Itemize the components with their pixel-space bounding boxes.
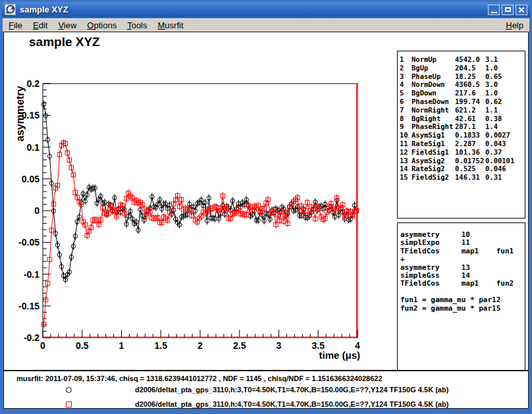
legend-square-marker (66, 401, 72, 407)
series-squares (41, 139, 358, 328)
menu-item-help[interactable]: Help (506, 20, 523, 30)
legend-label: d2006/deltat_pta_gps_3110,h:3,T0=4.50K,T… (135, 386, 448, 394)
svg-text:-0.1: -0.1 (24, 269, 40, 280)
svg-text:-0.2: -0.2 (24, 332, 40, 343)
separator-line (4, 370, 528, 371)
parameter-row: 4NormDown4360.53.0 (400, 80, 525, 89)
menubar-right: Help (506, 20, 529, 30)
legend-label: d2006/deltat_pta_gps_3110,h:4,T0=4.50K,T… (135, 400, 448, 408)
fit-status-text: musrfit: 2011-07-09, 15:37:46, chisq = 1… (16, 375, 383, 382)
parameter-row: 14RateSig20.5250.046 (400, 165, 525, 173)
parameter-row: 6PhaseDown199.740.62 (400, 97, 525, 106)
menu-item-file[interactable]: File (9, 20, 22, 30)
app-icon (5, 4, 16, 15)
svg-text:0.05: 0.05 (22, 174, 40, 184)
menubar-left: FileEditViewOptionsToolsMusrfit (3, 20, 184, 30)
svg-text:2: 2 (198, 340, 203, 351)
svg-text:-0.05: -0.05 (18, 237, 40, 247)
parameter-row: 2BgUp204.51.0 (400, 64, 525, 72)
svg-text:0.1: 0.1 (27, 142, 40, 153)
maximize-icon (505, 7, 511, 12)
menubar: FileEditViewOptionsToolsMusrfit Help (3, 18, 529, 32)
window-controls (488, 5, 530, 15)
parameter-row: 9PhaseRight287.11.4 (400, 122, 525, 131)
menu-item-tools[interactable]: Tools (127, 20, 147, 30)
parameter-row: 11RateSig12.2870.043 (400, 140, 525, 148)
svg-text:-0.15: -0.15 (18, 301, 40, 311)
svg-text:3: 3 (277, 340, 282, 351)
close-button[interactable] (516, 5, 527, 15)
parameter-row: 12FieldSig1101.360.37 (400, 148, 525, 157)
parameter-row: 8BgRight42.610.38 (400, 115, 525, 123)
parameter-row: 3PhaseUp18.250.65 (400, 72, 525, 81)
parameter-row: 1NormUp4542.03.1 (400, 55, 525, 64)
theory-box: asymmetry 10 simplExpo 11 TFieldCos map1… (397, 222, 525, 371)
y-axis-title: asymmetry (14, 86, 26, 142)
parameter-row: 7NormRight621.21.1 (400, 106, 525, 115)
menu-item-edit[interactable]: Edit (33, 20, 47, 30)
svg-text:0: 0 (40, 340, 45, 351)
legend-row: d2006/deltat_pta_gps_3110,h:3,T0=4.50K,T… (4, 386, 528, 395)
x-axis: 00.511.522.533.54time (μs) (40, 330, 360, 361)
maximize-button[interactable] (502, 5, 514, 15)
minimize-button[interactable] (488, 5, 500, 15)
parameter-row: 5BgDown217.61.0 (400, 89, 525, 97)
svg-text:1: 1 (119, 340, 124, 351)
menu-item-options[interactable]: Options (87, 20, 117, 30)
svg-text:2.5: 2.5 (233, 340, 246, 351)
parameter-row: 15FieldSig2146.310.31 (400, 173, 525, 182)
close-icon (518, 7, 525, 13)
window-title: sample XYZ (20, 5, 68, 14)
plot-area[interactable]: 00.511.522.533.54time (μs)-0.2-0.15-0.1-… (4, 32, 399, 375)
legend-circle-marker (66, 387, 72, 393)
menu-item-view[interactable]: View (58, 20, 76, 30)
legend-row: d2006/deltat_pta_gps_3110,h:4,T0=4.50K,T… (4, 400, 528, 409)
svg-text:0.5: 0.5 (76, 340, 89, 351)
theory-text: asymmetry 10 simplExpo 11 TFieldCos map1… (398, 223, 525, 313)
series-circles (41, 101, 358, 284)
menu-item-musrfit[interactable]: Musrfit (158, 20, 184, 30)
svg-text:0.2: 0.2 (27, 78, 40, 89)
minimize-icon (491, 12, 497, 13)
parameter-list: 1NormUp4542.03.12BgUp204.51.03PhaseUp18.… (400, 55, 525, 182)
musrfit-window: sample XYZ FileEditViewOptionsToolsMusrf… (0, 0, 532, 414)
parameter-row: 13AsymSig20.017520.00101 (400, 157, 525, 165)
svg-text:1.5: 1.5 (155, 340, 168, 351)
titlebar[interactable]: sample XYZ (2, 2, 530, 17)
svg-text:0: 0 (34, 205, 40, 216)
parameter-row: 10AsymSig10.18330.0027 (400, 131, 525, 140)
parameter-box: 1NormUp4542.03.12BgUp204.51.03PhaseUp18.… (397, 51, 525, 219)
root-canvas[interactable]: sample XYZ 00.511.522.533.54time (μs)-0.… (3, 32, 529, 409)
x-axis-title: time (μs) (319, 349, 360, 361)
